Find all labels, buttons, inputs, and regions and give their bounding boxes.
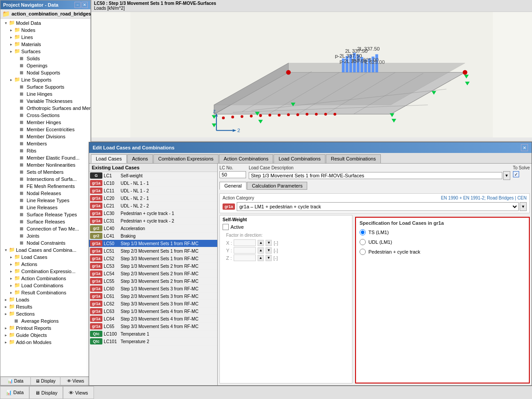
- nav-tab-display[interactable]: 🖥 Display: [31, 377, 61, 385]
- action-cat-dropdown[interactable]: ▼: [520, 202, 527, 211]
- tree-item-load-cases-sub[interactable]: ▸📁Load Cases: [1, 254, 90, 261]
- tree-item-average-regions[interactable]: ◼Average Regions: [1, 317, 90, 325]
- lc-row-lc1[interactable]: G LC1 Self-weight: [89, 172, 217, 180]
- tree-item-line-releases[interactable]: ◼Line Releases: [1, 204, 90, 211]
- tree-item-nodal-constraints[interactable]: ◼Nodal Constraints: [1, 239, 90, 246]
- bb-data-button[interactable]: 📊 Data: [0, 386, 29, 399]
- tree-item-lines[interactable]: ▸📁Lines: [1, 34, 90, 41]
- tree-item-sets-of-members[interactable]: ◼Sets of Members: [1, 168, 90, 176]
- tree-item-surfaces[interactable]: ▸📁Surfaces: [1, 48, 90, 55]
- lc-row-lc101[interactable]: Qtc LC101 Temperature 2: [89, 338, 217, 345]
- nav-tab-views[interactable]: 👁 Views: [60, 377, 90, 385]
- lc-row-lc10[interactable]: gr1a LC10 UDL - NL 1 - 1: [89, 180, 217, 187]
- sw-x-down[interactable]: ▼: [266, 240, 272, 246]
- tree-item-line-supports[interactable]: ▸📁Line Supports: [1, 76, 90, 83]
- lc-row-lc31[interactable]: gr1a LC31 Pedestrian + cycle track - 2: [89, 217, 217, 225]
- tree-item-solids[interactable]: ◼Solids: [1, 55, 90, 62]
- lc-row-lc62[interactable]: gr1a LC62 Step 3/3 Movement Sets 3 from …: [89, 300, 217, 308]
- tree-item-load-cases-comb[interactable]: ▾📁Load Cases and Combina...: [1, 246, 90, 254]
- tree-item-ribs[interactable]: ◼Ribs: [1, 147, 90, 154]
- tree-item-nodes[interactable]: ▸📁Nodes: [1, 27, 90, 34]
- lc-row-lc65[interactable]: gr1a LC65 Step 3/3 Movement Sets 4 from …: [89, 323, 217, 330]
- lc-row-lc54[interactable]: gr1a LC54 Step 2/3 Movement Sets 2 from …: [89, 270, 217, 278]
- action-cat-select[interactable]: gr1a – LM1 + pedestrian + cycle track: [237, 202, 519, 211]
- dialog-tab-actions[interactable]: Actions: [127, 154, 153, 163]
- lc-desc-dropdown[interactable]: ▼: [503, 171, 510, 180]
- subtab-general[interactable]: General: [219, 182, 246, 190]
- dialog-close-button[interactable]: ✕: [521, 144, 528, 151]
- lc-row-lc52[interactable]: gr1a LC52 Step 3/3 Movement Sets 1 from …: [89, 255, 217, 262]
- tree-item-load-comb-sub[interactable]: ▸📁Load Combinations: [1, 282, 90, 289]
- nav-tab-data[interactable]: 📊 Data: [0, 377, 31, 385]
- tree-item-cross-sections[interactable]: ◼Cross-Sections: [1, 112, 90, 119]
- tree-item-intersections[interactable]: ◼Intersections of Surfa...: [1, 176, 90, 183]
- tree-item-member-eccentricities[interactable]: ◼Member Eccentricities: [1, 126, 90, 133]
- tree-item-surface-supports[interactable]: ◼Surface Supports: [1, 83, 90, 90]
- sw-z-up[interactable]: ▲: [258, 255, 264, 261]
- lc-no-input[interactable]: [219, 171, 246, 178]
- spec-radio-ts-input[interactable]: [360, 229, 366, 235]
- lc-row-lc55[interactable]: gr1a LC55 Step 3/3 Movement Sets 2 from …: [89, 278, 217, 285]
- sw-active-checkbox[interactable]: [223, 224, 229, 230]
- tree-item-action-comb-sub[interactable]: ▸📁Action Combinations: [1, 275, 90, 282]
- sw-y-down[interactable]: ▼: [266, 247, 272, 254]
- tree-item-result-comb-sub[interactable]: ▸📁Result Combinations: [1, 289, 90, 296]
- tree-item-nodal-supports[interactable]: ◼Nodal Supports: [1, 69, 90, 76]
- tree-item-model-data[interactable]: ▾📁Model Data: [1, 20, 90, 27]
- nav-pin-button[interactable]: −: [74, 2, 81, 8]
- lc-row-lc100[interactable]: Qtc LC100 Temperature 1: [89, 330, 217, 338]
- sw-y-up[interactable]: ▲: [258, 247, 264, 254]
- tree-item-printout-reports[interactable]: ▸📁Printout Reports: [1, 325, 90, 332]
- to-solve-checkbox[interactable]: [513, 171, 519, 177]
- sw-x-up[interactable]: ▲: [258, 240, 264, 246]
- bb-views-button[interactable]: 👁 Views: [63, 386, 94, 399]
- dialog-tab-action-combinations[interactable]: Action Combinations: [219, 154, 274, 163]
- lc-row-lc11[interactable]: gr1a LC11 UDL - NL 1 - 2: [89, 187, 217, 195]
- dialog-tab-result-combinations[interactable]: Result Combinations: [326, 154, 381, 163]
- lc-row-lc61[interactable]: gr1a LC61 Step 2/3 Movement Sets 3 from …: [89, 293, 217, 300]
- subtab-calc-params[interactable]: Calculation Parameters: [247, 182, 307, 190]
- tree-item-surface-releases[interactable]: ◼Surface Releases: [1, 218, 90, 225]
- sw-z-down[interactable]: ▼: [266, 255, 272, 261]
- tree-item-members[interactable]: ◼Members: [1, 140, 90, 147]
- dialog-tab-combination-expressions[interactable]: Combination Expressions: [153, 154, 219, 163]
- sw-y-input[interactable]: [234, 247, 256, 254]
- tree-item-guide-objects[interactable]: ▸📁Guide Objects: [1, 332, 90, 339]
- lc-row-lc63[interactable]: gr1a LC63 Step 1/3 Movement Sets 4 from …: [89, 308, 217, 315]
- lc-row-lc21[interactable]: gr1a LC21 UDL - NL 2 - 2: [89, 202, 217, 210]
- spec-radio-udl-input[interactable]: [360, 239, 366, 245]
- lc-row-lc60[interactable]: gr1a LC60 Step 1/3 Movement Sets 3 from …: [89, 285, 217, 293]
- tree-item-member-elastic[interactable]: ◼Member Elastic Found...: [1, 154, 90, 161]
- tree-item-nodal-releases[interactable]: ◼Nodal Releases: [1, 190, 90, 197]
- lc-row-lc51[interactable]: gr1a LC51 Step 2/3 Movement Sets 1 from …: [89, 247, 217, 255]
- sw-z-input[interactable]: [234, 254, 256, 261]
- tree-item-surface-release-types[interactable]: ◼Surface Release Types: [1, 211, 90, 218]
- lc-row-lc40[interactable]: gr2 LC40 Acceleration: [89, 225, 217, 232]
- tree-item-results[interactable]: ▸📁Results: [1, 303, 90, 310]
- lc-desc-input[interactable]: [249, 172, 502, 179]
- bb-display-button[interactable]: 🖥 Display: [29, 386, 63, 399]
- tree-item-loads[interactable]: ▸📁Loads: [1, 296, 90, 303]
- lc-row-lc20[interactable]: gr1a LC20 UDL - NL 2 - 1: [89, 195, 217, 202]
- nav-close-button[interactable]: ✕: [82, 2, 88, 8]
- tree-item-fe-mesh[interactable]: ◼FE Mesh Refinements: [1, 183, 90, 190]
- tree-item-openings[interactable]: ◼Openings: [1, 62, 90, 69]
- tree-item-orthotropic[interactable]: ◼Orthotropic Surfaces and Membranes: [1, 105, 90, 112]
- tree-item-line-release-types[interactable]: ◼Line Release Types: [1, 197, 90, 204]
- tree-item-line-hinges[interactable]: ◼Line Hinges: [1, 90, 90, 98]
- tree-item-sections[interactable]: ▸📁Sections: [1, 310, 90, 317]
- sw-x-input[interactable]: [234, 239, 256, 246]
- tree-item-connection-two-me[interactable]: ◼Connection of Two Me...: [1, 225, 90, 232]
- lc-row-lc50[interactable]: gr1a LC50 Step 1/3 Movement Sets 1 from …: [89, 240, 217, 247]
- lc-row-lc64[interactable]: gr1a LC64 Step 2/3 Movement Sets 4 from …: [89, 315, 217, 323]
- tree-item-actions-sub[interactable]: ▸📁Actions: [1, 261, 90, 268]
- lc-row-lc53[interactable]: gr1a LC53 Step 1/3 Movement Sets 2 from …: [89, 262, 217, 270]
- tree-item-materials[interactable]: ▸📁Materials: [1, 41, 90, 48]
- tree-item-combination-expr[interactable]: ▸📁Combination Expressio...: [1, 268, 90, 275]
- spec-radio-ped-input[interactable]: [360, 249, 366, 255]
- tree-item-add-on-modules[interactable]: ▸📁Add-on Modules: [1, 339, 90, 346]
- tree-item-member-hinges[interactable]: ◼Member Hinges: [1, 119, 90, 126]
- lc-row-lc30[interactable]: gr1a LC30 Pedestrian + cycle track - 1: [89, 210, 217, 217]
- tree-item-variable-thicknesses[interactable]: ◼Variable Thicknesses: [1, 98, 90, 105]
- dialog-tab-load-combinations[interactable]: Load Combinations: [274, 154, 325, 163]
